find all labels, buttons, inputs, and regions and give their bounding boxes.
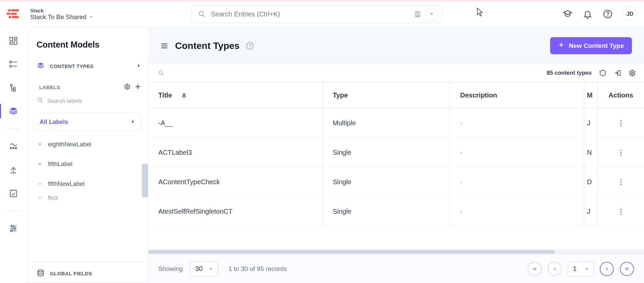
cell-type: Single [323, 138, 450, 167]
rail-dashboard-icon[interactable] [7, 35, 19, 47]
content-types-table: Title ▲▼ Type Description M Actions -A__… [148, 82, 644, 283]
main-header: Content Types ? New Content Type [148, 27, 644, 64]
rail-settings-icon[interactable] [7, 222, 19, 234]
svg-rect-9 [417, 12, 419, 13]
label-name: eighthNewLabel [48, 141, 91, 148]
page-size-select[interactable]: 30 [190, 262, 218, 276]
svg-rect-12 [10, 38, 13, 41]
row-actions-kebab-icon[interactable] [617, 178, 625, 186]
column-actions: Actions [598, 82, 644, 108]
column-title[interactable]: Title ▲▼ [148, 82, 323, 108]
user-avatar[interactable]: JD [623, 7, 637, 21]
svg-line-49 [162, 74, 164, 75]
new-content-type-button[interactable]: New Content Type [550, 37, 632, 54]
svg-point-59 [620, 182, 621, 183]
svg-rect-15 [10, 43, 13, 45]
label-item[interactable]: − fifthNewLabel [27, 174, 148, 194]
labels-header: LABELS [27, 75, 148, 94]
cell-actions [598, 197, 644, 226]
label-item[interactable]: + firct [27, 194, 148, 202]
cell-type: Single [323, 167, 450, 197]
table-row[interactable]: -A__ Multiple - J [148, 109, 644, 138]
svg-point-52 [620, 120, 621, 121]
label-item[interactable]: + fifthLabel [27, 154, 148, 174]
svg-point-61 [620, 209, 621, 210]
rail-publish-queue-icon[interactable] [7, 140, 19, 152]
content-types-count: 85 content types [547, 70, 592, 76]
svg-rect-32 [11, 225, 13, 227]
sidebar-section-content-types[interactable]: CONTENT TYPES [27, 57, 148, 75]
row-actions-kebab-icon[interactable] [617, 208, 625, 216]
pager-prev-button[interactable] [548, 262, 562, 276]
pager-last-button[interactable] [620, 262, 634, 276]
svg-point-53 [620, 123, 621, 124]
column-type[interactable]: Type [323, 82, 450, 108]
column-description[interactable]: Description [450, 82, 584, 108]
label-item[interactable]: + eighthNewLabel [27, 135, 148, 154]
help-icon[interactable] [602, 9, 613, 19]
global-search[interactable] [191, 5, 443, 23]
page-help-icon[interactable]: ? [246, 42, 254, 50]
svg-point-63 [620, 213, 621, 214]
pager-next-button[interactable] [600, 262, 614, 276]
pager-first-button[interactable] [528, 262, 542, 276]
stack-selector[interactable]: Stack Stack To Be Shared [30, 8, 93, 21]
page-size-value: 30 [195, 265, 203, 273]
column-m[interactable]: M [584, 82, 598, 108]
rail-assets-icon[interactable] [7, 82, 19, 94]
cell-description: - [450, 197, 584, 226]
rail-entries-icon[interactable] [7, 58, 19, 70]
svg-point-51 [631, 72, 633, 74]
topbar-left: Stack Stack To Be Shared [0, 7, 141, 21]
expand-icon: + [37, 141, 43, 148]
table-settings-gear-icon[interactable] [629, 69, 636, 77]
svg-rect-2 [7, 13, 10, 15]
horizontal-scrollbar[interactable] [148, 250, 644, 254]
scrollbar-thumb[interactable] [148, 250, 555, 254]
table-row[interactable]: AContentTypeCheck Single - D [148, 167, 644, 197]
search-options-dropdown[interactable] [426, 8, 438, 20]
labels-header-text: LABELS [39, 84, 60, 90]
cell-m: J [584, 109, 598, 138]
all-labels-row[interactable]: All Labels [33, 113, 142, 131]
label-name: fifthLabel [48, 161, 72, 168]
caret-down-icon [89, 15, 93, 19]
rail-tasks-icon[interactable] [7, 187, 19, 199]
row-actions-kebab-icon[interactable] [617, 119, 625, 127]
expand-icon: + [37, 160, 43, 168]
row-actions-kebab-icon[interactable] [617, 149, 625, 157]
learn-icon[interactable] [562, 9, 573, 19]
rail-content-models-icon[interactable] [7, 105, 19, 117]
cell-m: J [584, 197, 598, 226]
cell-m: N [584, 138, 598, 167]
import-icon[interactable] [614, 69, 621, 77]
refresh-icon[interactable] [599, 69, 606, 77]
stack-name: Stack To Be Shared [30, 13, 87, 21]
svg-point-55 [620, 150, 621, 151]
svg-point-37 [126, 86, 128, 88]
labels-settings-gear-icon[interactable] [124, 83, 130, 91]
svg-point-27 [10, 147, 12, 149]
toggle-sidebar-icon[interactable] [160, 42, 168, 50]
table-search-icon[interactable] [158, 70, 164, 76]
cell-description: - [450, 109, 584, 138]
add-label-plus-icon[interactable] [135, 83, 141, 91]
topbar: Stack Stack To Be Shared [0, 0, 644, 27]
save-icon[interactable] [414, 11, 421, 17]
svg-point-60 [620, 184, 621, 185]
main-area: Content Types ? New Content Type 85 cont… [148, 27, 644, 283]
search-input[interactable] [211, 10, 414, 18]
svg-point-11 [607, 16, 608, 16]
sidebar-section-global-fields[interactable]: GLOBAL FIELDS [27, 262, 148, 283]
page-title: Content Types [175, 41, 239, 51]
svg-rect-30 [10, 190, 17, 197]
table-row[interactable]: ACTLabel3 Single - N [148, 138, 644, 167]
rail-releases-icon[interactable] [7, 164, 19, 176]
table-toolbar: 85 content types [148, 64, 644, 82]
expand-icon: + [37, 194, 43, 202]
table-row[interactable]: AtestSelfRefSingletonCT Single - J [148, 197, 644, 226]
sidebar-panel: Content Models CONTENT TYPES LABELS [27, 27, 148, 283]
search-labels[interactable]: Search labels [27, 94, 148, 108]
page-number-select[interactable]: 1 [568, 262, 594, 276]
notifications-bell-icon[interactable] [582, 9, 593, 19]
